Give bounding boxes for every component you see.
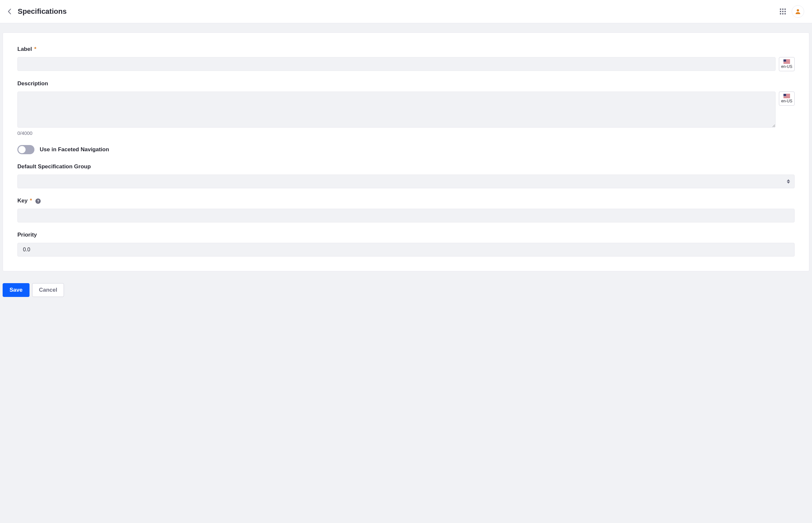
svg-rect-6 [780, 13, 781, 15]
label-input-row: en-US [17, 57, 795, 71]
user-icon [795, 8, 801, 15]
description-input-row: en-US [17, 92, 795, 128]
header-left: Specifications [8, 7, 67, 16]
form-panel: Label * en-US Description en-US 0/ [3, 33, 809, 271]
faceted-nav-toggle-row: Use in Faceted Navigation [17, 145, 795, 154]
svg-point-9 [797, 9, 799, 12]
required-asterisk-icon: * [34, 46, 36, 52]
save-button[interactable]: Save [3, 283, 30, 297]
back-button[interactable] [8, 8, 11, 15]
cancel-button[interactable]: Cancel [32, 283, 64, 297]
svg-rect-4 [782, 11, 783, 12]
key-field-label: Key * ? [17, 198, 795, 204]
default-group-select[interactable] [17, 175, 795, 188]
label-field-group: Label * en-US [17, 46, 795, 71]
faceted-nav-toggle[interactable] [17, 145, 34, 154]
svg-rect-5 [785, 11, 786, 12]
key-text: Key [17, 198, 27, 204]
header-right [780, 5, 804, 18]
content-wrapper: Label * en-US Description en-US 0/ [0, 23, 812, 275]
description-field-group: Description en-US 0/4000 [17, 80, 795, 136]
key-field-group: Key * ? [17, 198, 795, 222]
default-group-select-wrapper [17, 175, 795, 188]
toggle-knob [18, 146, 25, 153]
help-icon[interactable]: ? [35, 199, 41, 204]
locale-code: en-US [781, 64, 792, 69]
svg-rect-1 [782, 8, 783, 10]
button-bar: Save Cancel [0, 275, 812, 305]
description-char-counter: 0/4000 [17, 130, 795, 136]
apps-grid-icon [780, 8, 786, 15]
faceted-nav-label: Use in Faceted Navigation [40, 146, 109, 153]
label-field-label: Label * [17, 46, 795, 53]
page-header: Specifications [0, 0, 812, 23]
priority-field-group: Priority [17, 232, 795, 257]
user-avatar-button[interactable] [792, 5, 804, 18]
priority-field-label: Priority [17, 232, 795, 238]
svg-rect-0 [780, 8, 781, 10]
label-text: Label [17, 46, 32, 52]
svg-rect-3 [780, 11, 781, 12]
apps-menu-button[interactable] [780, 8, 786, 15]
priority-input[interactable] [17, 243, 795, 257]
description-field-label: Description [17, 80, 795, 87]
key-input[interactable] [17, 209, 795, 222]
default-group-label: Default Specification Group [17, 163, 795, 170]
locale-code: en-US [781, 99, 792, 103]
us-flag-icon [783, 59, 790, 64]
svg-rect-8 [785, 13, 786, 15]
svg-rect-2 [785, 8, 786, 10]
default-group-field-group: Default Specification Group [17, 163, 795, 188]
us-flag-icon [783, 94, 790, 98]
description-textarea[interactable] [17, 92, 776, 128]
page-title: Specifications [18, 7, 67, 16]
label-locale-button[interactable]: en-US [779, 57, 795, 71]
required-asterisk-icon: * [30, 198, 32, 204]
chevron-left-icon [8, 8, 11, 15]
svg-rect-7 [782, 13, 783, 15]
label-input[interactable] [17, 57, 776, 71]
description-locale-button[interactable]: en-US [779, 92, 795, 106]
